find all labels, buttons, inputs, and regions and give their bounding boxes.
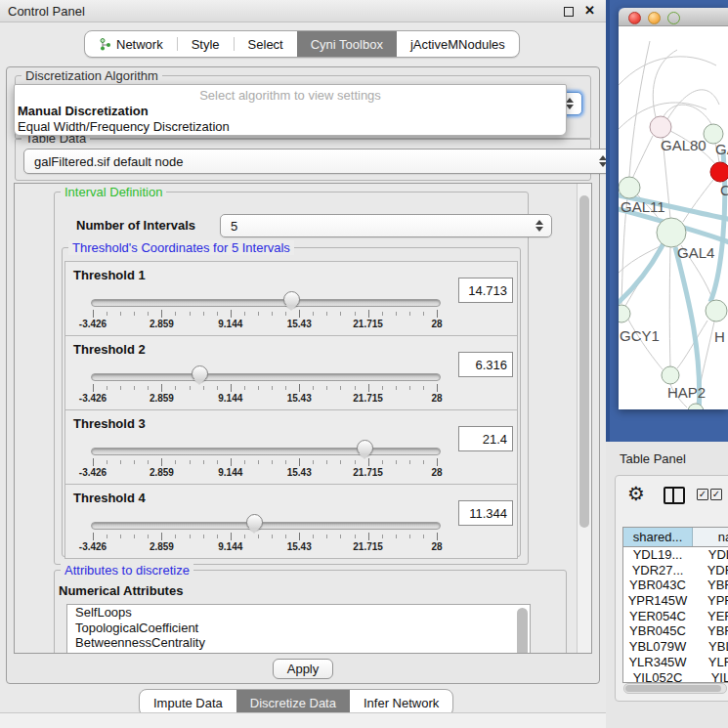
table-row[interactable]: YDL19...YDL1 (623, 547, 728, 563)
threshold-box: Threshold 3-3.4262.8599.14415.4321.71528… (64, 409, 518, 485)
network-node-gal4[interactable] (657, 218, 686, 247)
numerical-attributes-list[interactable]: SelfLoopsTopologicalCoefficientBetweenne… (66, 604, 531, 654)
tab-jactivemnodules[interactable]: jActiveMNodules (397, 31, 519, 57)
menu-item-equal-width-frequency[interactable]: Equal Width/Frequency Discretization (18, 119, 230, 134)
axis-tick-label: 15.43 (287, 319, 312, 329)
slider-track[interactable] (91, 299, 441, 307)
tick-mark (313, 535, 314, 538)
tick-mark (272, 460, 273, 464)
table-horizontal-scrollbar[interactable] (623, 683, 727, 694)
discretization-algorithm-title: Discretization Algorithm (21, 68, 162, 83)
checkbox-icon[interactable]: ✓ (710, 489, 722, 500)
tick-mark (355, 460, 356, 464)
slider-thumb[interactable] (192, 365, 208, 382)
list-item[interactable]: BetweennessCentrality (67, 635, 530, 651)
threshold-value-field[interactable]: 14.713 (458, 278, 513, 303)
tick-mark (355, 312, 356, 316)
tick-mark (396, 535, 397, 538)
table-row[interactable]: YLR345WYLR3 (623, 655, 728, 670)
tab-cyni-toolbox[interactable]: Cyni Toolbox (297, 31, 397, 57)
tick-mark (299, 384, 300, 392)
table-row[interactable]: YPR145WYPR1 (623, 593, 728, 609)
column-header[interactable]: na (693, 528, 728, 546)
checkbox-icon[interactable]: ✓ (697, 489, 708, 500)
network-node-gal11[interactable] (619, 177, 640, 198)
node-label: GCY1 (620, 327, 660, 344)
menu-item-manual-discretization[interactable]: Manual Discretization (18, 104, 149, 118)
tab-label: Style (192, 37, 220, 52)
network-canvas[interactable]: GAL80GACGAL11GAL4GCY1HHAP2 (619, 26, 728, 409)
table-row[interactable]: YDR27...YDR2 (623, 563, 728, 578)
tab-network[interactable]: Network (85, 31, 177, 57)
tick-mark (313, 386, 314, 390)
algorithm-dropdown-popup: Select algorithm to view settings Manual… (14, 84, 567, 136)
tick-mark (340, 460, 341, 464)
table-scrollbar-thumb[interactable] (625, 685, 721, 692)
network-node-h[interactable] (706, 300, 727, 321)
close-traffic-light-icon[interactable] (628, 12, 641, 24)
tick-mark (231, 533, 232, 540)
table-row[interactable]: YBR043CYBR0 (623, 578, 728, 593)
tick-mark (382, 386, 383, 390)
stepper-arrows-icon (566, 98, 575, 109)
minimize-traffic-light-icon[interactable] (648, 12, 661, 24)
slider-track[interactable] (91, 448, 441, 455)
interval-definition-group: Interval Definition Number of Intervals … (54, 192, 529, 565)
network-view-window: GAL80GACGAL11GAL4GCY1HHAP2 (619, 8, 728, 409)
network-node-c[interactable] (710, 162, 728, 182)
threshold-coordinates-group: Threshold's Coordinates for 5 Intervals … (62, 247, 521, 557)
table-data-select[interactable]: galFiltered.sif default node (23, 149, 616, 174)
list-item[interactable]: SelfLoops (67, 605, 530, 621)
tab-select[interactable]: Select (235, 31, 297, 57)
tick-mark (396, 460, 397, 464)
table-cell: YDR2 (692, 563, 728, 578)
tab-style[interactable]: Style (178, 31, 234, 57)
column-header[interactable]: shared... (623, 528, 693, 546)
tick-mark (175, 535, 176, 538)
tick-mark (107, 460, 107, 464)
table-row[interactable]: YER054CYER0 (623, 609, 728, 624)
tick-mark (437, 384, 438, 392)
threshold-value-field[interactable]: 21.4 (458, 426, 513, 451)
zoom-traffic-light-icon[interactable] (667, 12, 680, 24)
network-node-gal80[interactable] (650, 116, 671, 138)
list-item[interactable]: TopologicalCoefficient (67, 621, 530, 636)
gear-icon[interactable]: ⚙ (627, 484, 645, 503)
settings-vertical-scrollbar[interactable] (577, 184, 591, 653)
control-panel-titlebar: Control Panel ✕ (0, 0, 606, 22)
tick-mark (382, 460, 383, 464)
attributes-scrollbar-thumb[interactable] (517, 608, 528, 654)
settings-scrollbar-thumb[interactable] (579, 195, 589, 528)
close-icon[interactable]: ✕ (584, 3, 595, 18)
table-data-value: galFiltered.sif default node (34, 154, 183, 169)
table-cell: YER0 (692, 609, 728, 624)
apply-row: Apply (7, 652, 599, 683)
threshold-label: Threshold 3 (73, 416, 146, 431)
tick-mark (93, 533, 94, 540)
table-row[interactable]: YBL079WYBL0 (623, 639, 728, 655)
network-node-hap2[interactable] (662, 366, 679, 384)
tick-mark (437, 458, 438, 466)
table-panel: Table Panel ⚙ ✓ ✓ shared...na YDL19...YD… (606, 442, 728, 728)
slider-axis-labels: -3.4262.8599.14415.4321.71528 (93, 467, 437, 479)
slider-track[interactable] (91, 373, 441, 381)
tick-mark (258, 460, 259, 464)
threshold-label: Threshold 4 (73, 491, 146, 505)
axis-tick-label: 9.144 (218, 319, 242, 329)
table-cell: YBL0 (692, 639, 728, 655)
tick-mark (272, 312, 273, 316)
threshold-value-field[interactable]: 11.344 (458, 500, 513, 526)
float-window-icon[interactable] (564, 7, 574, 17)
number-of-intervals-select[interactable]: 5 (220, 214, 552, 237)
table-row[interactable]: YBR045CYBR0 (623, 623, 728, 639)
threshold-value-field[interactable]: 6.316 (458, 352, 513, 377)
apply-button[interactable]: Apply (273, 659, 334, 679)
slider-track[interactable] (91, 522, 441, 530)
tab-label: Select (248, 37, 283, 52)
slider-axis-labels: -3.4262.8599.14415.4321.71528 (93, 319, 437, 330)
slider-thumb[interactable] (357, 440, 373, 456)
tick-mark (148, 312, 149, 316)
table-row[interactable]: YIL052CYIL0 (623, 670, 728, 683)
split-view-icon[interactable] (664, 487, 685, 504)
node-label: GAL80 (661, 137, 707, 153)
